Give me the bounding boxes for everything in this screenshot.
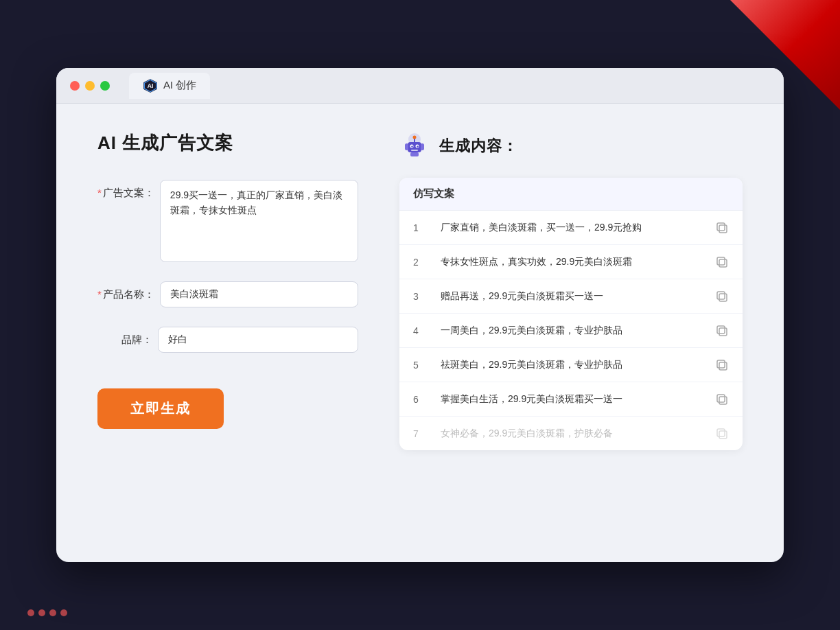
svg-rect-24 [717, 360, 725, 368]
svg-rect-28 [717, 429, 725, 436]
product-name-label: *产品名称： [97, 281, 154, 301]
svg-rect-25 [719, 397, 727, 404]
close-button[interactable] [70, 81, 80, 91]
svg-rect-9 [411, 150, 418, 151]
ai-tab-icon: AI [143, 78, 158, 93]
row-number: 1 [413, 222, 430, 233]
svg-point-7 [411, 145, 412, 147]
svg-rect-13 [405, 143, 408, 150]
product-name-input[interactable] [160, 281, 358, 307]
title-bar: AI AI 创作 [56, 68, 784, 104]
left-panel: AI 生成广告文案 *广告文案： 29.9买一送一，真正的厂家直销，美白淡斑霜，… [97, 131, 358, 535]
robot-icon [399, 131, 430, 161]
generate-button[interactable]: 立即生成 [97, 388, 224, 429]
row-text: 一周美白，29.9元美白淡斑霜，专业护肤品 [441, 323, 704, 338]
table-row: 7 女神必备，29.9元美白淡斑霜，护肤必备 [399, 417, 743, 450]
table-header: 仿写文案 [399, 178, 743, 211]
table-row: 1 厂家直销，美白淡斑霜，买一送一，29.9元抢购 [399, 211, 743, 245]
row-text: 专抹女性斑点，真实功效，29.9元美白淡斑霜 [441, 255, 704, 269]
required-star-ad-copy: * [97, 187, 102, 198]
form-group-brand: 品牌： [97, 327, 358, 353]
table-row: 6 掌握美白生活，29.9元美白淡斑霜买一送一 [399, 382, 743, 417]
svg-rect-27 [719, 431, 727, 439]
result-table: 仿写文案 1 厂家直销，美白淡斑霜，买一送一，29.9元抢购 2 专抹女性斑点，… [399, 178, 743, 450]
row-number: 2 [413, 257, 430, 268]
ad-copy-label: *广告文案： [97, 180, 154, 200]
table-row: 2 专抹女性斑点，真实功效，29.9元美白淡斑霜 [399, 245, 743, 279]
table-row: 4 一周美白，29.9元美白淡斑霜，专业护肤品 [399, 314, 743, 348]
main-content: AI 生成广告文案 *广告文案： 29.9买一送一，真正的厂家直销，美白淡斑霜，… [56, 104, 784, 562]
minimize-button[interactable] [85, 81, 95, 91]
svg-rect-23 [719, 362, 727, 370]
traffic-lights [70, 81, 110, 91]
svg-rect-22 [717, 326, 725, 334]
svg-rect-16 [717, 223, 725, 231]
row-text: 厂家直销，美白淡斑霜，买一送一，29.9元抢购 [441, 220, 704, 235]
svg-point-8 [417, 145, 418, 147]
bg-decoration-bottom-left [27, 609, 67, 616]
copy-icon[interactable] [715, 255, 729, 269]
svg-rect-20 [717, 292, 725, 299]
result-title: 生成内容： [439, 136, 518, 156]
maximize-button[interactable] [100, 81, 110, 91]
copy-icon[interactable] [715, 324, 729, 338]
row-text: 掌握美白生活，29.9元美白淡斑霜买一送一 [441, 392, 704, 406]
row-number: 5 [413, 360, 430, 371]
table-row: 3 赠品再送，29.9元美白淡斑霜买一送一 [399, 279, 743, 314]
copy-icon[interactable] [715, 393, 729, 406]
svg-rect-15 [719, 225, 727, 233]
row-number: 7 [413, 428, 430, 439]
svg-rect-12 [410, 152, 419, 156]
ad-copy-input[interactable]: 29.9买一送一，真正的厂家直销，美白淡斑霜，专抹女性斑点 [160, 180, 358, 262]
tab-ai-create[interactable]: AI AI 创作 [129, 73, 210, 99]
copy-icon[interactable] [715, 358, 729, 372]
brand-input[interactable] [158, 327, 358, 353]
svg-rect-14 [421, 143, 424, 150]
svg-point-11 [413, 136, 417, 139]
copy-icon[interactable] [715, 290, 729, 303]
tab-label: AI 创作 [163, 79, 196, 92]
row-text: 赠品再送，29.9元美白淡斑霜买一送一 [441, 289, 704, 303]
copy-icon[interactable] [715, 427, 729, 441]
result-header: 生成内容： [399, 131, 743, 161]
brand-label: 品牌： [97, 327, 152, 347]
svg-rect-18 [717, 257, 725, 265]
row-number: 4 [413, 325, 430, 336]
required-star-product: * [97, 288, 102, 300]
row-number: 6 [413, 394, 430, 405]
row-text: 祛斑美白，29.9元美白淡斑霜，专业护肤品 [441, 358, 704, 372]
row-number: 3 [413, 291, 430, 302]
svg-text:AI: AI [148, 82, 154, 89]
svg-rect-17 [719, 259, 727, 267]
svg-rect-21 [719, 328, 727, 336]
svg-rect-19 [719, 294, 727, 301]
svg-rect-26 [717, 395, 725, 402]
row-text: 女神必备，29.9元美白淡斑霜，护肤必备 [441, 426, 704, 441]
form-group-product-name: *产品名称： [97, 281, 358, 307]
page-title: AI 生成广告文案 [97, 131, 358, 155]
right-panel: 生成内容： 仿写文案 1 厂家直销，美白淡斑霜，买一送一，29.9元抢购 2 专… [399, 131, 743, 535]
table-row: 5 祛斑美白，29.9元美白淡斑霜，专业护肤品 [399, 348, 743, 382]
browser-window: AI AI 创作 AI 生成广告文案 *广告文案： 29.9买一送一，真正的厂家… [56, 68, 784, 562]
copy-icon[interactable] [715, 221, 729, 235]
form-group-ad-copy: *广告文案： 29.9买一送一，真正的厂家直销，美白淡斑霜，专抹女性斑点 [97, 180, 358, 262]
